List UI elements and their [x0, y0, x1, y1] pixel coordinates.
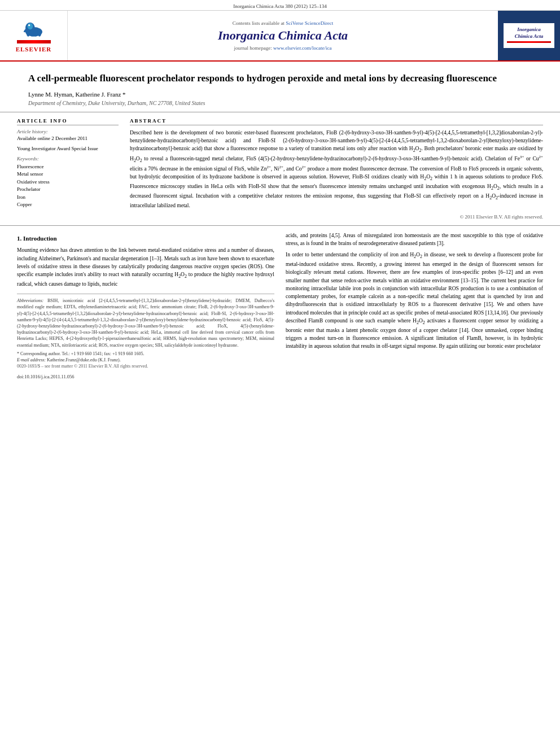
authors: Lynne M. Hyman, Katherine J. Franz * [28, 91, 532, 98]
elsevier-logo-box: ELSEVIER [0, 11, 68, 60]
available-online: Available online 2 December 2011 [17, 136, 119, 141]
homepage-label: journal homepage: [234, 45, 273, 51]
journal-ref: Inorganica Chimica Acta 380 (2012) 125–1… [233, 3, 327, 9]
abstract-text: Described here is the development of two… [130, 129, 543, 209]
keyword-fluorescence: Fluorescence [17, 163, 119, 171]
elsevier-elephant-icon [20, 19, 48, 38]
svg-point-6 [27, 23, 33, 30]
journal-homepage: journal homepage: www.elsevier.com/locat… [234, 45, 332, 51]
journal-title-banner: Inorganica Chimica Acta [218, 28, 348, 43]
elsevier-logo-text: ELSEVIER [16, 46, 52, 53]
section1-para3: In order to better understand the compli… [286, 251, 543, 350]
abstract-copyright: © 2011 Elsevier B.V. All rights reserved… [130, 214, 543, 220]
svg-point-5 [37, 29, 41, 36]
doi-line: doi:10.1016/j.ica.2011.11.056 [17, 373, 274, 381]
abstract-label: ABSTRACT [130, 118, 543, 125]
journal-logo-box: InorganicaChimica Acta [498, 11, 560, 60]
top-banner: ELSEVIER Contents lists available at Sci… [0, 11, 560, 62]
journal-logo-title: InorganicaChimica Acta [507, 27, 551, 40]
keywords-label: Keywords: [17, 156, 119, 161]
footnote-corresponding: * Corresponding author. Tel.: +1 919 660… [17, 351, 274, 357]
journal-header: Inorganica Chimica Acta 380 (2012) 125–1… [0, 0, 560, 11]
special-issue-item: Young Investigator Award Special Issue [17, 146, 119, 151]
section1-para1: Mounting evidence has drawn attention to… [17, 246, 274, 288]
homepage-link[interactable]: www.elsevier.com/locate/ica [273, 45, 331, 51]
article-info-col: ARTICLE INFO Article history: Available … [17, 118, 119, 220]
elsevier-bar [17, 40, 51, 43]
author-names: Lynne M. Hyman, Katherine J. Franz * [28, 91, 126, 98]
page: Inorganica Chimica Acta 380 (2012) 125–1… [0, 0, 560, 747]
issn-line: 0020-1693/$ – see front matter © 2011 El… [17, 363, 274, 370]
logo-color-bar [507, 41, 551, 43]
two-col-section: ARTICLE INFO Article history: Available … [0, 112, 560, 226]
history-item: Article history: Available online 2 Dece… [17, 129, 119, 141]
article-title-section: A cell-permeable fluorescent prochelator… [0, 62, 560, 112]
history-label: Article history: [17, 129, 119, 134]
footnote-abbrev: Abbreviations: BSIH, isonicotinic acid [… [17, 298, 274, 348]
affiliation: Department of Chemistry, Duke University… [28, 100, 532, 106]
body-col-right: acids, and proteins [4,5]. Areas of misr… [286, 231, 543, 381]
article-main-title: A cell-permeable fluorescent prochelator… [28, 72, 532, 85]
footnote-email: E-mail address: Katherine.Franz@duke.edu… [17, 357, 274, 363]
footnote-section: Abbreviations: BSIH, isonicotinic acid [… [17, 294, 274, 381]
sciverse-label: Contents lists available at [233, 20, 286, 26]
sciverse-link[interactable]: SciVerse ScienceDirect [286, 20, 333, 26]
keyword-metal-sensor: Metal sensor [17, 171, 119, 178]
keyword-prochelator: Prochelator [17, 186, 119, 194]
svg-point-3 [30, 29, 34, 36]
section1-para2: acids, and proteins [4,5]. Areas of misr… [286, 231, 543, 248]
svg-point-4 [34, 29, 38, 36]
sciverse-line: Contents lists available at SciVerse Sci… [233, 20, 334, 26]
special-issue-value: Young Investigator Award Special Issue [17, 146, 119, 151]
article-info-label: ARTICLE INFO [17, 118, 119, 125]
section1-heading: 1. Introduction [17, 234, 274, 243]
journal-logo-inner: InorganicaChimica Acta [504, 23, 554, 48]
svg-point-2 [26, 29, 30, 36]
svg-point-7 [28, 24, 30, 26]
keyword-iron: Iron [17, 194, 119, 202]
banner-center: Contents lists available at SciVerse Sci… [68, 11, 498, 60]
abstract-col: ABSTRACT Described here is the developme… [130, 118, 543, 220]
keywords-section: Keywords: Fluorescence Metal sensor Oxid… [17, 156, 119, 209]
main-body: 1. Introduction Mounting evidence has dr… [0, 226, 560, 386]
keyword-copper: Copper [17, 201, 119, 209]
keyword-oxidative-stress: Oxidative stress [17, 178, 119, 186]
body-col-left: 1. Introduction Mounting evidence has dr… [17, 231, 274, 381]
